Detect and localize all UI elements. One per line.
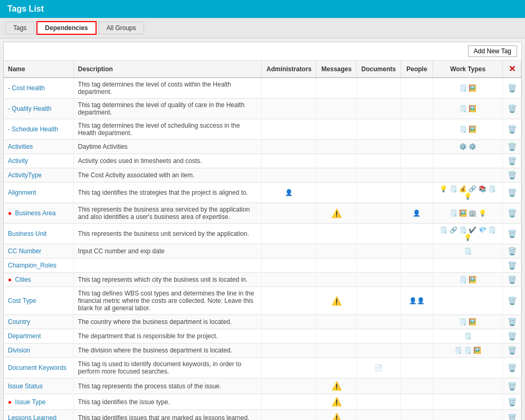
tag-name-link[interactable]: Alignment [8, 189, 36, 196]
cell-administrators [262, 358, 317, 378]
cell-description: This tag represents the process status o… [73, 378, 261, 394]
tab-dependencies[interactable]: Dependencies [36, 21, 96, 35]
tag-name-link[interactable]: ActivityType [8, 171, 42, 179]
cell-administrators [262, 78, 317, 99]
cell-messages [317, 99, 357, 119]
cell-documents [357, 244, 401, 259]
cell-name: CC Number [4, 244, 73, 259]
cell-administrators [262, 259, 317, 273]
cell-people [400, 119, 433, 140]
tag-name-link[interactable]: Champion_Roles [8, 262, 56, 269]
table-row: Country The country where the business d… [4, 315, 521, 329]
tag-name-link[interactable]: - Schedule Health [8, 126, 58, 133]
cell-people [400, 378, 433, 394]
tag-name-link[interactable]: Country [8, 318, 30, 326]
warning-red-icon: ⚠️ [331, 209, 342, 218]
table-row: - Quality Health This tag determines the… [4, 99, 521, 119]
col-header-delete: ✕ [503, 61, 521, 78]
tag-name-link[interactable]: Issue Type [15, 398, 46, 406]
tag-name-link[interactable]: Department [8, 332, 41, 340]
tag-name-link[interactable]: Cities [15, 276, 31, 283]
tab-allgroups[interactable]: All Groups [99, 22, 144, 34]
cell-administrators [262, 287, 317, 315]
delete-row-icon[interactable]: 🗑️ [508, 398, 517, 406]
delete-row-icon[interactable]: 🗑️ [508, 157, 517, 165]
delete-row-icon[interactable]: 🗑️ [508, 104, 517, 113]
delete-row-icon[interactable]: 🗑️ [508, 230, 517, 238]
cell-administrators [262, 315, 317, 329]
table-row: Activities Daytime Activities ⚙️ ⚙️ 🗑️ [4, 140, 521, 154]
tab-tags[interactable]: Tags [5, 22, 34, 34]
delete-row-icon[interactable]: 🗑️ [508, 382, 517, 390]
delete-row-icon[interactable]: 🗑️ [508, 84, 517, 92]
delete-row-icon[interactable]: 🗑️ [508, 318, 517, 326]
cell-name: ● Cities [4, 273, 73, 287]
delete-row-icon[interactable]: 🗑️ [508, 171, 517, 179]
cell-delete: 🗑️ [503, 378, 521, 394]
tag-name-link[interactable]: - Quality Health [8, 105, 52, 112]
cell-documents [357, 78, 401, 99]
cell-name: ● Issue Type [4, 394, 73, 410]
delete-row-icon[interactable]: 🗑️ [508, 142, 517, 151]
delete-row-icon[interactable]: 🗑️ [508, 332, 517, 340]
tags-table: Name Description Administrators Messages… [4, 61, 521, 420]
delete-row-icon[interactable]: 🗑️ [508, 209, 517, 217]
add-new-tag-button[interactable]: Add New Tag [468, 45, 517, 57]
cell-name: Activities [4, 140, 73, 154]
tag-name-link[interactable]: Issue Status [8, 383, 43, 390]
cell-description: The country where the business departmen… [73, 315, 261, 329]
table-row: ● Business Area This represents the busi… [4, 203, 521, 224]
cell-work-types [433, 358, 503, 378]
tag-name-link[interactable]: Activity [8, 157, 28, 165]
delete-row-icon[interactable]: 🗑️ [508, 346, 517, 355]
delete-row-icon[interactable]: 🗑️ [508, 364, 517, 372]
cell-people [400, 394, 433, 410]
cell-delete: 🗑️ [503, 287, 521, 315]
tag-name-link[interactable]: CC Number [8, 247, 41, 255]
cell-description: The Cost Activity associated with an ite… [73, 168, 261, 183]
table-row: Document Keywords This tag is used to id… [4, 358, 521, 378]
cell-work-types: 🗒️ [433, 244, 503, 259]
cell-messages [317, 140, 357, 154]
tag-name-link[interactable]: Division [8, 347, 30, 354]
tag-name-link[interactable]: Business Unit [8, 230, 46, 237]
tag-name-link[interactable]: Business Area [15, 209, 56, 217]
cell-name: Issue Status [4, 378, 73, 394]
cell-name: Business Unit [4, 224, 73, 244]
cell-delete: 🗑️ [503, 140, 521, 154]
delete-row-icon[interactable]: 🗑️ [508, 125, 517, 133]
delete-row-icon[interactable]: 🗑️ [508, 188, 517, 197]
cell-documents [357, 203, 401, 224]
delete-row-icon[interactable]: 🗑️ [508, 297, 517, 305]
tag-name-link[interactable]: Activities [8, 143, 33, 150]
cell-description: This tag represents which city the busin… [73, 273, 261, 287]
cell-documents [357, 224, 401, 244]
cell-documents [357, 378, 401, 394]
cell-documents [357, 168, 401, 183]
tag-name-link[interactable]: Cost Type [8, 297, 36, 304]
table-row: Division The division where the business… [4, 343, 521, 358]
cell-description: This tag identifies the issue type. [73, 394, 261, 410]
admin-person-icon: 👤 [285, 189, 293, 196]
cell-messages [317, 315, 357, 329]
delete-row-icon[interactable]: 🗑️ [508, 275, 517, 284]
cell-delete: 🗑️ [503, 394, 521, 410]
tag-name-link[interactable]: - Cost Health [8, 84, 45, 92]
tag-name-link[interactable]: Document Keywords [8, 364, 66, 371]
cell-work-types: 🗒️ 🖼️ [433, 78, 503, 99]
table-row: Business Unit This represents the busine… [4, 224, 521, 244]
delete-row-icon[interactable]: 🗑️ [508, 414, 517, 421]
table-row: ● Cities This tag represents which city … [4, 273, 521, 287]
red-dot-icon: ● [8, 276, 12, 283]
delete-row-icon[interactable]: 🗑️ [508, 261, 517, 270]
delete-row-icon[interactable]: 🗑️ [508, 247, 517, 255]
cell-documents [357, 154, 401, 168]
cell-administrators [262, 154, 317, 168]
cell-name: Alignment [4, 183, 73, 203]
cell-name: Division [4, 343, 73, 358]
cell-documents [357, 394, 401, 410]
cell-documents [357, 140, 401, 154]
cell-name: ● Business Area [4, 203, 73, 224]
cell-messages [317, 259, 357, 273]
tag-name-link[interactable]: Lessons Learned [8, 414, 56, 421]
